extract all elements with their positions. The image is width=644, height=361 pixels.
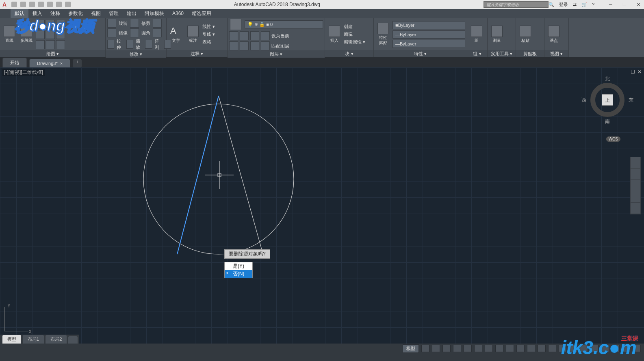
circle-button[interactable] <box>36 20 45 29</box>
measure-button[interactable]: 测量 <box>489 26 505 43</box>
sb-polar-icon[interactable] <box>453 345 461 352</box>
dim-button[interactable]: 标注 <box>185 26 201 43</box>
group-button[interactable]: 组 <box>469 26 484 43</box>
panel-draw-label[interactable]: 绘图 ▾ <box>0 50 105 57</box>
insert-block-button[interactable]: 插入 <box>327 26 342 43</box>
new-drawing-tab[interactable]: + <box>73 59 82 67</box>
rotate-button[interactable]: 旋转 <box>119 20 128 26</box>
table-button[interactable]: 表格 <box>202 39 215 45</box>
tab-start[interactable]: 开始 <box>2 58 27 67</box>
panel-layers-label[interactable]: 图层 ▾ <box>228 50 325 58</box>
layout-tab-plus[interactable]: + <box>68 336 77 344</box>
tab-annotate[interactable]: 注释 <box>46 9 64 18</box>
sb-customize-icon[interactable] <box>633 345 641 352</box>
sb-ortho-icon[interactable] <box>442 345 451 352</box>
sb-dyninput-icon[interactable] <box>495 345 503 352</box>
array-button[interactable]: 阵列 <box>155 38 162 50</box>
sb-3dosnap-icon[interactable] <box>474 345 482 352</box>
nav-zoom-icon[interactable] <box>631 180 640 191</box>
sb-units-icon[interactable] <box>569 345 577 352</box>
point-button[interactable] <box>36 40 45 49</box>
tab-default[interactable]: 默认 <box>11 9 28 18</box>
move-icon[interactable] <box>107 19 116 28</box>
create-block-button[interactable]: 创建 <box>344 24 365 30</box>
sb-quickprops-icon[interactable] <box>580 345 588 352</box>
view-cube[interactable]: 上 北 南 东 西 <box>587 80 628 120</box>
sb-workspace-icon[interactable] <box>548 345 556 352</box>
panel-clipboard-label[interactable]: 剪贴板 <box>516 50 544 57</box>
sb-annomonitor-icon[interactable] <box>559 345 567 352</box>
basepoint-button[interactable]: 基点 <box>546 26 562 43</box>
sb-otrack-icon[interactable] <box>485 345 493 352</box>
layer-match-small[interactable] <box>229 41 238 50</box>
mirror-button[interactable]: 镜像 <box>119 30 128 36</box>
panel-properties-label[interactable]: 特性 ▾ <box>374 50 467 57</box>
window-maximize-button[interactable]: ☐ <box>621 2 628 7</box>
lineweight-dropdown[interactable]: — ByLayer <box>392 30 465 39</box>
panel-modify-label[interactable]: 修改 ▾ <box>106 50 166 58</box>
paste-button[interactable]: 粘贴 <box>518 26 533 43</box>
linetype-dropdown[interactable]: — ByLayer <box>392 40 465 48</box>
qat-undo-icon[interactable] <box>56 2 62 7</box>
nav-wheel-icon[interactable] <box>631 157 640 169</box>
stretch-button[interactable]: 拉伸 <box>117 38 124 50</box>
help-icon[interactable]: ? <box>592 2 594 7</box>
layout-tab-1[interactable]: 布局1 <box>23 335 44 344</box>
make-current-button[interactable]: 设为当前 <box>271 33 289 39</box>
layer-walk-button[interactable] <box>261 41 270 50</box>
sb-lineweight-icon[interactable] <box>506 345 514 352</box>
sb-grid-icon[interactable] <box>421 345 429 352</box>
tab-output[interactable]: 输出 <box>123 9 141 18</box>
erase-icon[interactable] <box>153 19 162 28</box>
window-minimize-button[interactable]: ─ <box>607 2 614 7</box>
tab-drawing3[interactable]: Drawing3* × <box>29 59 70 67</box>
exchange-icon[interactable]: ⇄ <box>573 2 577 7</box>
edit-attr-button[interactable]: 编辑属性 ▾ <box>344 39 365 45</box>
edit-block-button[interactable]: 编辑 <box>344 31 365 37</box>
spline-button[interactable] <box>56 30 65 39</box>
layer-iso-button[interactable] <box>229 31 238 40</box>
layout-tab-model[interactable]: 模型 <box>2 335 21 344</box>
qat-new-icon[interactable] <box>11 2 17 7</box>
layer-props-button[interactable] <box>229 19 242 30</box>
nav-pan-icon[interactable] <box>631 169 640 180</box>
ellipse-button[interactable] <box>36 30 45 39</box>
qat-redo-icon[interactable] <box>65 2 71 7</box>
panel-group-label[interactable]: 组 ▾ <box>467 50 487 57</box>
layer-lock-button[interactable] <box>261 31 270 40</box>
help-search-input[interactable]: 键入关键字或短语 <box>484 1 549 8</box>
nav-showmotion-icon[interactable] <box>631 203 640 214</box>
model-space-toggle[interactable]: 模型 <box>403 344 419 353</box>
array-icon[interactable] <box>145 40 152 49</box>
layer-dropdown[interactable]: 💡 ❄ 🔒 ■ 0 <box>245 20 323 28</box>
viewcube-top-face[interactable]: 上 <box>602 94 613 106</box>
tab-view[interactable]: 视图 <box>87 9 105 18</box>
qat-save-icon[interactable] <box>29 2 35 7</box>
layer-freeze-button[interactable] <box>250 31 259 40</box>
sb-lock-icon[interactable] <box>590 345 598 352</box>
prompt-option-yes[interactable]: 是(Y) <box>225 262 252 270</box>
trim-button[interactable]: 修剪 <box>141 20 150 26</box>
rect-button[interactable] <box>56 20 65 29</box>
prompt-option-no[interactable]: 否(N) <box>225 270 252 278</box>
copy-icon[interactable] <box>107 28 116 37</box>
sb-annoscale-icon[interactable] <box>538 345 546 352</box>
panel-block-label[interactable]: 块 ▾ <box>325 50 373 57</box>
text-button[interactable]: A文字 <box>168 26 184 43</box>
tab-insert[interactable]: 插入 <box>28 9 46 18</box>
panel-utilities-label[interactable]: 实用工具 ▾ <box>488 50 516 57</box>
line-button[interactable]: 直线 <box>2 26 17 43</box>
sb-osnap-icon[interactable] <box>464 345 472 352</box>
fillet-icon[interactable] <box>130 28 139 37</box>
color-dropdown[interactable]: ■ ByLayer <box>392 21 465 29</box>
scale-button[interactable]: 缩放 <box>136 38 143 50</box>
polyline-button[interactable]: 多段线 <box>19 26 34 43</box>
fillet-button[interactable]: 圆角 <box>141 30 150 36</box>
drawing-area[interactable]: [-][俯视][二维线框] ─ ☐ ✕ 要删除源对象吗? 是(Y) 否(N) 上… <box>0 67 644 344</box>
tab-featured[interactable]: 精选应用 <box>188 9 215 18</box>
match-layer-button[interactable]: 匹配图层 <box>271 43 289 49</box>
sb-cycling-icon[interactable] <box>527 345 535 352</box>
tab-parametric[interactable]: 参数化 <box>64 9 87 18</box>
qat-open-icon[interactable] <box>20 2 26 7</box>
wcs-label[interactable]: WCS <box>606 136 620 142</box>
